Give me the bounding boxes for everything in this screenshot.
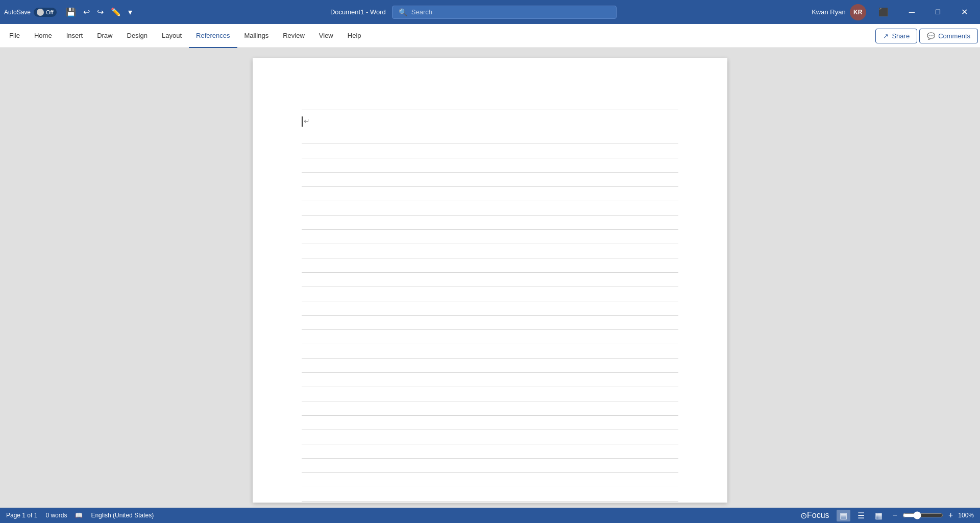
- doc-line: [302, 216, 678, 230]
- toggle-circle: [37, 9, 44, 16]
- document-lines: [302, 130, 678, 502]
- web-layout-icon: ☰: [857, 511, 865, 520]
- zoom-slider[interactable]: [902, 511, 943, 519]
- doc-line: [302, 401, 678, 416]
- share-label: Share: [892, 32, 910, 40]
- doc-line: [302, 287, 678, 301]
- redo-button[interactable]: ↪: [94, 5, 107, 19]
- search-icon: 🔍: [399, 8, 407, 16]
- autosave-toggle[interactable]: Off: [34, 8, 56, 17]
- status-bar: Page 1 of 1 0 words 📖 English (United St…: [0, 508, 980, 523]
- text-cursor: [302, 116, 303, 127]
- document-page[interactable]: ↵: [253, 58, 727, 503]
- doc-line: [302, 473, 678, 487]
- doc-line: [302, 273, 678, 287]
- user-name: Kwan Ryan: [812, 8, 845, 16]
- toolbar-icons: 💾 ↩ ↪ ✏️ ▾: [63, 5, 135, 19]
- close-button[interactable]: ✕: [953, 0, 976, 24]
- doc-line: [302, 416, 678, 430]
- doc-line: [302, 459, 678, 473]
- autosave-label: AutoSave: [4, 9, 31, 16]
- doc-line: [302, 173, 678, 187]
- reading-view-button[interactable]: ▦: [872, 510, 886, 521]
- zoom-in-button[interactable]: +: [945, 510, 956, 521]
- tab-insert[interactable]: Insert: [59, 24, 90, 48]
- toggle-state: Off: [46, 9, 53, 15]
- doc-line: [302, 130, 678, 144]
- tab-review[interactable]: Review: [276, 24, 312, 48]
- tab-file[interactable]: File: [2, 24, 27, 48]
- doc-title: Document1 - Word: [330, 8, 386, 16]
- focus-icon: ⊙: [800, 511, 807, 520]
- customize-qat-button[interactable]: ▾: [125, 5, 135, 19]
- status-right: ⊙ Focus ▤ ☰ ▦ − + 100%: [797, 510, 974, 521]
- doc-line: [302, 387, 678, 401]
- web-layout-button[interactable]: ☰: [854, 510, 868, 521]
- comments-label: Comments: [938, 32, 970, 40]
- doc-line: [302, 301, 678, 316]
- doc-line: [302, 487, 678, 502]
- word-count-text: 0 words: [45, 512, 67, 519]
- doc-line: [302, 230, 678, 244]
- ribbon: File Home Insert Draw Design Layout Refe…: [0, 24, 980, 48]
- doc-line: [302, 430, 678, 444]
- search-box[interactable]: 🔍: [392, 6, 617, 19]
- title-right: Kwan Ryan KR ⬛ ─ ❐ ✕: [812, 0, 976, 24]
- search-input[interactable]: [411, 8, 610, 16]
- ink-button[interactable]: ✏️: [108, 5, 124, 19]
- tab-layout[interactable]: Layout: [155, 24, 189, 48]
- document-area[interactable]: ↵: [0, 48, 980, 508]
- autosave-area: AutoSave Off: [4, 8, 57, 17]
- focus-button[interactable]: ⊙ Focus: [797, 510, 832, 521]
- page-info-text: Page 1 of 1: [6, 512, 37, 519]
- paragraph-mark: ↵: [304, 117, 310, 125]
- tab-home[interactable]: Home: [27, 24, 59, 48]
- doc-line: [302, 359, 678, 373]
- doc-line: [302, 344, 678, 359]
- doc-line: [302, 316, 678, 330]
- minimize-button[interactable]: ─: [901, 0, 923, 24]
- tab-design[interactable]: Design: [120, 24, 155, 48]
- save-button[interactable]: 💾: [63, 5, 79, 19]
- print-layout-icon: ▤: [840, 511, 847, 520]
- title-bar: AutoSave Off 💾 ↩ ↪ ✏️ ▾ Document1 - Word…: [0, 0, 980, 24]
- user-info: Kwan Ryan KR: [812, 4, 866, 20]
- title-center: Document1 - Word 🔍: [139, 6, 808, 19]
- restore-button[interactable]: ❐: [927, 0, 949, 24]
- ribbon-display-button[interactable]: ⬛: [870, 0, 897, 24]
- book-icon: 📖: [75, 512, 83, 519]
- doc-line: [302, 201, 678, 216]
- doc-line: [302, 258, 678, 273]
- language-info: English (United States): [91, 512, 154, 519]
- doc-line: [302, 144, 678, 158]
- doc-line: [302, 244, 678, 258]
- doc-line: [302, 187, 678, 201]
- user-initials: KR: [853, 9, 862, 16]
- tab-references[interactable]: References: [189, 24, 237, 48]
- word-count: 0 words: [45, 512, 67, 519]
- zoom-level: 100%: [958, 512, 974, 519]
- reading-view-icon: ▦: [875, 511, 883, 520]
- comments-icon: 💬: [927, 32, 935, 40]
- tab-help[interactable]: Help: [340, 24, 369, 48]
- cursor-line: ↵: [302, 116, 678, 127]
- tab-draw[interactable]: Draw: [90, 24, 119, 48]
- share-button[interactable]: ↗ Share: [875, 29, 917, 43]
- doc-line: [302, 373, 678, 387]
- language-text: English (United States): [91, 512, 154, 519]
- print-layout-button[interactable]: ▤: [837, 510, 850, 521]
- doc-line: [302, 330, 678, 344]
- header-separator: [302, 99, 678, 109]
- tab-mailings[interactable]: Mailings: [237, 24, 276, 48]
- undo-button[interactable]: ↩: [80, 5, 93, 19]
- share-icon: ↗: [883, 32, 889, 40]
- tab-view[interactable]: View: [312, 24, 340, 48]
- user-avatar[interactable]: KR: [850, 4, 866, 20]
- doc-line: [302, 444, 678, 459]
- ribbon-right: ↗ Share 💬 Comments: [875, 29, 978, 43]
- zoom-out-button[interactable]: −: [890, 510, 900, 521]
- doc-line: [302, 158, 678, 173]
- page-info: Page 1 of 1: [6, 512, 37, 519]
- comments-button[interactable]: 💬 Comments: [919, 29, 978, 43]
- proofing-icon: 📖: [75, 512, 83, 519]
